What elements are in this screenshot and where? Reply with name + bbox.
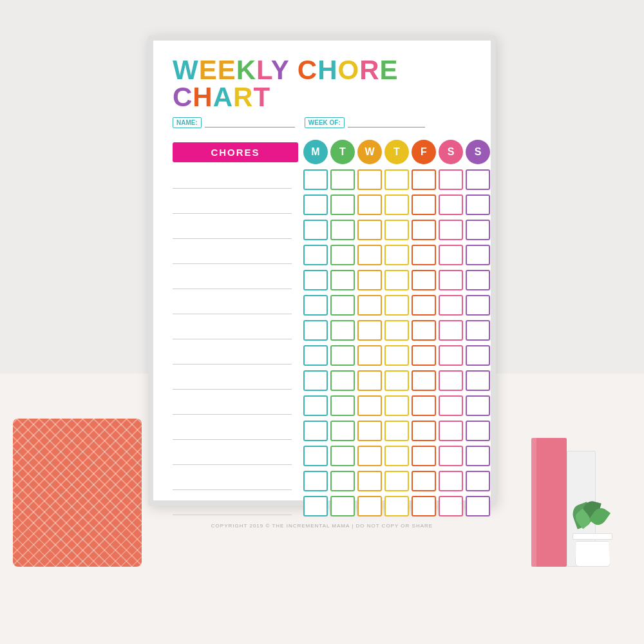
checkbox-cell[interactable] <box>466 194 490 215</box>
checkbox-cell[interactable] <box>439 421 463 441</box>
checkbox-cell[interactable] <box>357 169 382 190</box>
checkbox-cell[interactable] <box>384 496 409 516</box>
checkbox-cell[interactable] <box>412 194 436 215</box>
checkbox-cell[interactable] <box>412 446 436 466</box>
checkbox-cell[interactable] <box>439 345 463 366</box>
checkbox-cell[interactable] <box>412 471 436 491</box>
checkbox-cell[interactable] <box>412 421 436 441</box>
grid-header: CHORES M T W T F S S <box>173 140 471 164</box>
checkbox-cell[interactable] <box>439 295 463 316</box>
checkbox-cell[interactable] <box>384 169 409 190</box>
checkbox-cell[interactable] <box>466 295 490 316</box>
checkbox-cell[interactable] <box>439 220 463 240</box>
checkbox-cell[interactable] <box>412 245 436 265</box>
checkbox-cell[interactable] <box>330 345 355 366</box>
checkbox-cell[interactable] <box>466 245 490 265</box>
checkbox-cell[interactable] <box>357 270 382 290</box>
checkbox-cell[interactable] <box>303 370 328 391</box>
checkbox-cell[interactable] <box>303 220 328 240</box>
checkbox-cell[interactable] <box>466 220 490 240</box>
checkbox-cell[interactable] <box>303 421 328 441</box>
checkbox-cell[interactable] <box>330 496 355 516</box>
checkbox-cell[interactable] <box>412 220 436 240</box>
checkbox-cell[interactable] <box>303 345 328 366</box>
checkbox-cell[interactable] <box>357 421 382 441</box>
checkbox-cell[interactable] <box>466 496 490 516</box>
checkbox-cell[interactable] <box>357 194 382 215</box>
checkbox-cell[interactable] <box>384 295 409 316</box>
checkbox-cell[interactable] <box>384 370 409 391</box>
checkbox-cell[interactable] <box>439 245 463 265</box>
checkbox-cell[interactable] <box>439 370 463 391</box>
checkbox-cell[interactable] <box>330 320 355 341</box>
checkbox-cell[interactable] <box>357 370 382 391</box>
checkbox-cell[interactable] <box>303 270 328 290</box>
checkbox-cell[interactable] <box>330 169 355 190</box>
checkbox-cell[interactable] <box>466 169 490 190</box>
checkbox-cell[interactable] <box>439 496 463 516</box>
checkbox-cell[interactable] <box>439 169 463 190</box>
checkbox-cell[interactable] <box>412 370 436 391</box>
checkbox-cell[interactable] <box>384 270 409 290</box>
checkbox-cell[interactable] <box>330 446 355 466</box>
checkbox-cell[interactable] <box>439 395 463 416</box>
checkbox-cell[interactable] <box>466 421 490 441</box>
checkbox-cell[interactable] <box>384 345 409 366</box>
checkbox-cell[interactable] <box>330 220 355 240</box>
checkbox-cell[interactable] <box>357 496 382 516</box>
checkbox-cell[interactable] <box>330 245 355 265</box>
checkbox-cell[interactable] <box>439 320 463 341</box>
checkbox-cell[interactable] <box>303 395 328 416</box>
checkbox-cell[interactable] <box>384 446 409 466</box>
checkbox-cell[interactable] <box>357 320 382 341</box>
checkbox-cell[interactable] <box>466 471 490 491</box>
checkbox-cell[interactable] <box>303 496 328 516</box>
checkbox-cell[interactable] <box>412 270 436 290</box>
checkbox-cell[interactable] <box>439 194 463 215</box>
checkbox-cell[interactable] <box>466 345 490 366</box>
checkbox-cell[interactable] <box>357 220 382 240</box>
checkbox-cell[interactable] <box>412 169 436 190</box>
checkbox-cell[interactable] <box>330 194 355 215</box>
checkbox-cell[interactable] <box>303 194 328 215</box>
checkbox-cell[interactable] <box>357 295 382 316</box>
checkbox-cell[interactable] <box>384 395 409 416</box>
checkbox-cell[interactable] <box>303 169 328 190</box>
checkbox-cell[interactable] <box>303 295 328 316</box>
checkbox-cell[interactable] <box>466 446 490 466</box>
checkbox-cell[interactable] <box>412 395 436 416</box>
checkbox-cell[interactable] <box>466 270 490 290</box>
checkbox-cell[interactable] <box>303 245 328 265</box>
checkbox-cell[interactable] <box>330 421 355 441</box>
checkbox-cell[interactable] <box>357 395 382 416</box>
checkbox-cell[interactable] <box>384 194 409 215</box>
checkbox-cell[interactable] <box>330 295 355 316</box>
checkbox-cell[interactable] <box>412 496 436 516</box>
checkbox-cell[interactable] <box>303 471 328 491</box>
checkbox-cell[interactable] <box>384 421 409 441</box>
checkbox-cell[interactable] <box>439 471 463 491</box>
checkbox-cell[interactable] <box>330 370 355 391</box>
checkbox-cell[interactable] <box>330 395 355 416</box>
checkbox-cell[interactable] <box>357 446 382 466</box>
checkbox-cell[interactable] <box>357 245 382 265</box>
checkbox-cell[interactable] <box>466 370 490 391</box>
checkbox-cell[interactable] <box>466 320 490 341</box>
checkbox-cell[interactable] <box>330 471 355 491</box>
checkbox-cell[interactable] <box>439 270 463 290</box>
checkbox-cell[interactable] <box>412 295 436 316</box>
day-circle-S1: S <box>439 140 463 164</box>
checkbox-cell[interactable] <box>384 220 409 240</box>
checkbox-cell[interactable] <box>384 245 409 265</box>
checkbox-cell[interactable] <box>357 471 382 491</box>
checkbox-cell[interactable] <box>466 395 490 416</box>
checkbox-cell[interactable] <box>384 320 409 341</box>
checkbox-cell[interactable] <box>384 471 409 491</box>
checkbox-cell[interactable] <box>303 446 328 466</box>
checkbox-cell[interactable] <box>330 270 355 290</box>
checkbox-cell[interactable] <box>303 320 328 341</box>
checkbox-cell[interactable] <box>439 446 463 466</box>
checkbox-cell[interactable] <box>357 345 382 366</box>
checkbox-cell[interactable] <box>412 345 436 366</box>
checkbox-cell[interactable] <box>412 320 436 341</box>
